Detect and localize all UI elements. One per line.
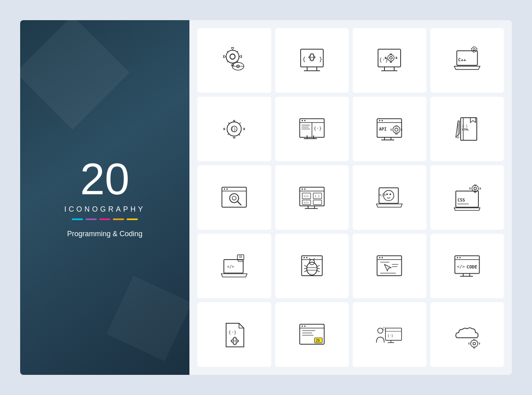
svg-point-147 [471,340,478,347]
svg-text:{·}: {·} [229,330,237,335]
svg-text:C++: C++ [458,57,466,62]
svg-text:{·}: {·} [314,126,322,131]
svg-text:{·}: {·} [379,56,389,62]
color-bars [64,218,145,220]
svg-point-79 [387,193,388,195]
css-gear-icon: CSS [451,181,483,214]
svg-line-106 [317,270,320,272]
cloud-gear-icon [451,318,483,351]
code-grid-icon-cell: </> {·} </> [275,165,349,230]
svg-line-61 [237,202,241,206]
svg-rect-109 [377,256,402,276]
svg-point-37 [304,120,305,121]
color-bar-purple [85,218,97,220]
svg-point-112 [382,257,383,258]
svg-point-148 [473,342,475,345]
svg-point-19 [388,55,394,61]
code-window-icon-cell [353,234,426,298]
svg-point-44 [382,120,383,121]
code-gear-icon: {} [218,113,250,145]
svg-point-65 [301,189,303,190]
main-container: 20 ICONOGRAPHY Programming & Coding [20,20,512,375]
html-book-icon-cell: HTML {·} [430,97,504,161]
face-laptop-icon: </> [373,181,405,214]
svg-text:{·}: {·} [314,194,320,198]
svg-text:</>: </> [303,194,309,198]
svg-line-100 [313,258,314,260]
code-window-icon [373,250,405,282]
svg-text:{: { [302,56,306,62]
search-browser-icon-cell [197,165,271,230]
svg-point-23 [472,47,477,52]
svg-text:{}: {} [382,327,387,331]
svg-text:HTML: HTML [462,128,469,131]
svg-point-43 [379,120,380,121]
svg-text:}: } [319,56,322,62]
svg-line-99 [309,258,310,260]
bug-browser-icon [296,250,328,282]
svg-point-133 [301,326,303,327]
gear-cd-icon [218,44,250,77]
svg-point-20 [390,56,392,59]
svg-point-24 [473,48,475,50]
left-content: 20 ICONOGRAPHY Programming & Coding [64,157,145,238]
face-laptop-icon-cell: </> [353,165,426,230]
svg-text:CODE: CODE [466,264,477,270]
color-bar-orange [113,218,124,220]
svg-rect-92 [238,260,243,262]
svg-line-103 [304,270,307,272]
code-grid-icon: </> {·} </> [296,181,328,214]
svg-point-97 [307,262,317,275]
api-settings-icon-cell: API [353,97,426,161]
svg-text:{·}: {·} [462,125,468,128]
diamond-file-icon-cell: {·} [197,302,271,367]
html-book-icon: HTML {·} [451,113,483,145]
svg-text:{}: {} [231,127,236,131]
svg-rect-56 [222,187,247,207]
svg-rect-73 [313,200,322,204]
code-editor-icon: {·} [296,113,328,145]
svg-point-58 [224,189,225,190]
svg-point-1 [230,54,235,59]
svg-point-66 [304,189,305,190]
svg-point-96 [306,257,307,258]
svg-point-59 [227,189,228,190]
bug-browser-icon-cell [275,234,349,298]
js-browser-icon-cell: JS [275,302,349,367]
cpp-laptop-icon-cell: C++ [430,28,504,93]
svg-point-60 [230,193,239,202]
js-browser-icon: JS [296,318,328,351]
code-laptop-icon: </> [218,250,250,282]
svg-point-134 [304,326,305,327]
svg-point-85 [474,187,476,189]
code-monitor-icon-cell: </> CODE [430,234,504,298]
search-browser-icon [218,181,250,214]
svg-text:</>: </> [457,264,465,269]
svg-line-104 [317,265,320,266]
subtitle: Programming & Coding [64,230,145,238]
gear-monitor-icon: {·} [373,44,405,77]
svg-text:</>: </> [303,201,309,204]
color-bar-blue [72,218,83,220]
developer-screen-icon-cell: {·} {} [353,302,426,367]
right-panel: { } {·} [189,20,512,375]
code-editor-icon-cell: {·} [275,97,349,161]
svg-point-47 [395,128,398,131]
iconography-label: ICONOGRAPHY [64,205,145,214]
code-gear-icon-cell: {} [197,97,271,161]
developer-screen-icon: {·} {} [373,318,405,351]
cloud-gear-icon-cell [430,302,504,367]
svg-text:</>: </> [379,193,387,197]
diamond-monitor-icon: { } [296,44,328,77]
diamond-monitor-icon-cell: { } [275,28,349,93]
svg-text:JS: JS [316,339,320,343]
svg-point-119 [457,257,458,258]
svg-point-111 [379,257,380,258]
svg-text:</>: </> [227,264,235,269]
svg-text:{·}: {·} [387,334,393,338]
gear-cd-icon-cell [197,28,271,93]
svg-point-62 [232,196,236,200]
svg-text:API: API [379,127,387,131]
left-panel: 20 ICONOGRAPHY Programming & Coding [20,20,189,375]
color-bar-pink [99,218,110,220]
